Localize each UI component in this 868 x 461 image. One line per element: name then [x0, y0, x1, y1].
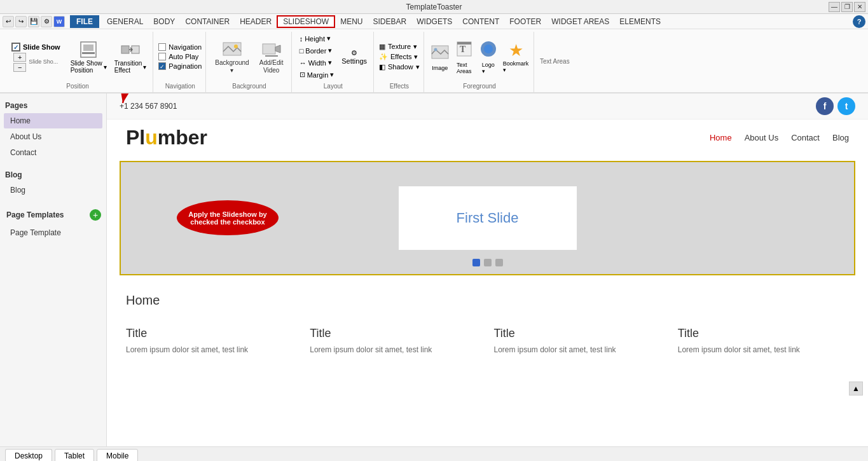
menu-menu[interactable]: MENU [335, 15, 368, 28]
col-text-2: Lorem ipsum dolor sit amet, test link [310, 345, 481, 354]
effects-row[interactable]: ✨ Effects ▾ [379, 53, 420, 61]
texture-row[interactable]: ▦ Texture ▾ [379, 43, 420, 51]
menu-slideshow[interactable]: SLIDESHOW [277, 15, 335, 28]
sidebar-item-contact[interactable]: Contact [4, 145, 102, 160]
bottom-bar: Desktop Tablet Mobile [0, 446, 868, 461]
shadow-row[interactable]: ◧ Shadow ▾ [379, 63, 420, 71]
wp-icon[interactable]: W [53, 16, 65, 27]
facebook-icon[interactable]: f [816, 97, 834, 115]
ribbon: ✓ Slide Show + − Slide Sho... [0, 29, 868, 93]
ribbon-effects-section: ▦ Texture ▾ ✨ Effects ▾ ◧ Shadow ▾ Effec… [375, 32, 424, 92]
slideshow-checkbox[interactable]: ✓ Slide Show [9, 41, 63, 53]
svg-text:T: T [460, 45, 466, 54]
svg-rect-14 [457, 42, 471, 45]
bookmark-label: Bookmark▾ [503, 60, 529, 73]
settings-button[interactable]: ⚙ Settings [339, 48, 369, 66]
content-section: Home Title Lorem ipsum dolor sit amet, t… [107, 280, 868, 367]
sidebar-item-page-template[interactable]: Page Template [4, 225, 102, 240]
image-button[interactable]: Image [429, 41, 451, 72]
help-button[interactable]: ? [853, 15, 865, 28]
site-nav: Home About Us Contact Blog [710, 133, 849, 142]
bookmark-button[interactable]: ★ Bookmark▾ [502, 39, 530, 74]
plus-button[interactable]: + [13, 53, 26, 62]
slide-dot-3[interactable] [495, 259, 503, 266]
text-areas-section-label: Text Areas [540, 58, 570, 65]
menu-sidebar[interactable]: SIDEBAR [368, 15, 412, 28]
text-areas-button[interactable]: T TextAreas [453, 38, 475, 76]
page-templates-title: Page Templates [5, 208, 65, 222]
site-logo: Plumber [126, 126, 207, 149]
svg-rect-9 [265, 55, 278, 57]
menu-body[interactable]: BODY [148, 15, 180, 28]
transition-effect-button[interactable]: TransitionEffect ▾ [112, 38, 149, 75]
ribbon-slideshow-section: ✓ Slide Show + − Slide Sho... [3, 32, 153, 92]
menu-footer[interactable]: FOOTER [504, 15, 546, 28]
sidebar-item-home[interactable]: Home [4, 113, 102, 128]
menu-widget-areas[interactable]: WIDGET AREAS [546, 15, 614, 28]
undo-icon[interactable]: ↩ [3, 16, 14, 27]
save-icon[interactable]: 💾 [28, 16, 39, 27]
navigation-check[interactable]: Navigation [158, 43, 202, 51]
nav-checkboxes: Navigation Auto Play Pagination [158, 43, 202, 70]
col-text-4: Lorem ipsum dolor sit amet, test link [678, 345, 849, 354]
logo-button[interactable]: Logo▾ [478, 38, 499, 76]
shadow-icon: ◧ [379, 63, 385, 71]
add-template-button[interactable]: + [90, 209, 101, 221]
minimize-button[interactable]: — [829, 2, 840, 12]
background-button[interactable]: Background▾ [211, 37, 252, 76]
menu-header[interactable]: HEADER [235, 15, 277, 28]
background-tools: Background▾ Add/EditVideo [211, 33, 287, 80]
settings-label: Settings [341, 57, 367, 65]
nav-home[interactable]: Home [710, 133, 732, 142]
nav-about[interactable]: About Us [745, 133, 778, 142]
svg-rect-2 [82, 52, 95, 54]
settings-icon[interactable]: ⚙ [41, 16, 52, 27]
nav-contact[interactable]: Contact [791, 133, 820, 142]
margin-button[interactable]: ⊡ Margin ▾ [297, 69, 337, 80]
autoplay-checkbox-icon [158, 53, 166, 60]
border-button[interactable]: □ Border ▾ [297, 45, 337, 56]
add-edit-video-button[interactable]: Add/EditVideo [256, 37, 287, 76]
width-button[interactable]: ↔ Width ▾ [297, 57, 337, 68]
menu-elements[interactable]: ELEMENTS [614, 15, 666, 28]
slide-dot-2[interactable] [484, 259, 492, 266]
sidebar-item-blog[interactable]: Blog [4, 182, 102, 198]
redo-icon[interactable]: ↪ [15, 16, 27, 27]
svg-point-6 [234, 45, 238, 48]
menu-general[interactable]: GENERAL [102, 15, 148, 28]
sidebar-item-about[interactable]: About Us [4, 129, 102, 144]
settings-section-label: Layout [324, 80, 343, 90]
twitter-icon[interactable]: t [837, 97, 855, 115]
preview-area: Apply the Slideshow by checked the check… [107, 93, 868, 446]
slideshow-position-button[interactable]: Slide ShowPosition ▾ [68, 38, 109, 75]
scroll-up-button[interactable]: ▲ [849, 382, 863, 396]
restore-button[interactable]: ❐ [841, 2, 853, 12]
nav-blog[interactable]: Blog [832, 133, 849, 142]
background-section-label: Background [232, 80, 266, 90]
menu-content[interactable]: CONTENT [457, 15, 504, 28]
tab-tablet[interactable]: Tablet [55, 449, 94, 462]
autoplay-check[interactable]: Auto Play [158, 53, 202, 60]
height-label: Height [305, 35, 325, 43]
transition-effect-icon [120, 39, 141, 60]
close-button[interactable]: ✕ [854, 2, 865, 12]
sidebar: Pages Home About Us Contact Blog Blog Pa… [0, 93, 107, 446]
page-templates-row: Page Templates + [4, 205, 102, 224]
tab-mobile[interactable]: Mobile [97, 449, 138, 462]
menu-container[interactable]: CONTAINER [180, 15, 235, 28]
svg-rect-3 [121, 46, 129, 53]
tab-desktop[interactable]: Desktop [5, 449, 52, 461]
pagination-check[interactable]: Pagination [158, 62, 202, 70]
add-edit-video-label: Add/EditVideo [259, 59, 284, 74]
height-button[interactable]: ↕ Height ▾ [297, 33, 337, 44]
title-bar: TemplateToaster — ❐ ✕ [0, 0, 868, 14]
foreground-section-label: Foreground [463, 80, 496, 90]
background-label: Background▾ [215, 59, 249, 74]
ribbon-foreground-section: Image T TextAreas [425, 32, 535, 92]
navigation-check-label: Navigation [169, 43, 202, 51]
file-menu[interactable]: FILE [70, 15, 99, 28]
ribbon-text-areas-section: Text Areas [535, 32, 574, 92]
slide-dot-1[interactable] [472, 259, 480, 266]
minus-button[interactable]: − [13, 63, 26, 72]
menu-widgets[interactable]: WIDGETS [411, 15, 457, 28]
